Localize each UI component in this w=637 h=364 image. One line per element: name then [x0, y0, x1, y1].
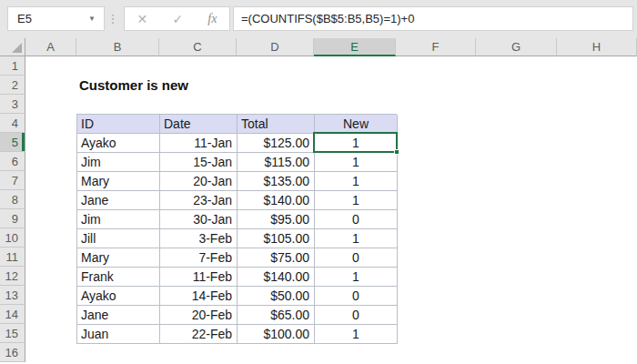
cell-D5[interactable]: $125.00	[238, 134, 315, 153]
name-box-value: E5	[8, 12, 88, 25]
cell-C9[interactable]: 30-Jan	[160, 210, 238, 229]
cell-E7[interactable]: 1	[315, 172, 398, 191]
insert-function-icon[interactable]: fx	[207, 12, 217, 26]
header-cell-E4[interactable]: New	[315, 115, 398, 134]
cell-B13[interactable]: Ayako	[77, 287, 160, 306]
cell-D14[interactable]: $65.00	[238, 306, 315, 325]
cell-D15[interactable]: $100.00	[238, 325, 315, 344]
cell-B14[interactable]: Jane	[77, 306, 160, 325]
cell-D13[interactable]: $50.00	[238, 287, 315, 306]
row-header-9[interactable]: 9	[0, 209, 25, 228]
cell-C7[interactable]: 20-Jan	[160, 172, 238, 191]
cell-D7[interactable]: $135.00	[238, 172, 315, 191]
formula-text: =(COUNTIFS($B$5:B5,B5)=1)+0	[234, 12, 414, 25]
cell-C13[interactable]: 14-Feb	[160, 287, 238, 306]
data-table: IDDateTotalNewAyako11-Jan$125.001Jim15-J…	[76, 114, 397, 344]
cell-E9[interactable]: 0	[315, 210, 398, 229]
header-cell-D4[interactable]: Total	[238, 115, 315, 134]
cell-D8[interactable]: $140.00	[238, 191, 315, 210]
column-header-E[interactable]: E	[314, 38, 396, 56]
cell-B10[interactable]: Jill	[77, 229, 160, 248]
column-header-H[interactable]: H	[557, 38, 637, 56]
cell-C11[interactable]: 7-Feb	[160, 248, 238, 268]
excel-window: E5 ▼ ⋮ ✕ ✓ fx =(COUNTIFS($B$5:B5,B5)=1)+…	[0, 0, 637, 364]
row-header-12[interactable]: 12	[0, 267, 25, 286]
column-header-F[interactable]: F	[396, 38, 476, 56]
cell-D9[interactable]: $95.00	[238, 210, 315, 229]
cell-E12[interactable]: 1	[315, 268, 398, 287]
cell-D12[interactable]: $140.00	[238, 268, 315, 287]
row-header-1[interactable]: 1	[0, 56, 25, 76]
row-header-4[interactable]: 4	[0, 114, 25, 133]
cell-E6[interactable]: 1	[315, 153, 398, 172]
cell-E13[interactable]: 0	[315, 287, 398, 306]
select-all-triangle-icon	[12, 43, 22, 53]
column-header-C[interactable]: C	[159, 38, 237, 56]
cell-B2-title[interactable]: Customer is new	[79, 76, 188, 95]
column-header-B[interactable]: B	[76, 38, 159, 56]
row-header-15[interactable]: 15	[0, 324, 25, 343]
row-header-3[interactable]: 3	[0, 95, 25, 114]
cell-D10[interactable]: $105.00	[238, 229, 315, 248]
cell-E8[interactable]: 1	[315, 191, 398, 210]
cell-E5[interactable]: 1	[315, 134, 398, 153]
cancel-icon[interactable]: ✕	[137, 12, 148, 26]
column-header-A[interactable]: A	[25, 38, 76, 56]
name-box[interactable]: E5 ▼	[7, 6, 105, 31]
row-header-5[interactable]: 5	[0, 133, 25, 152]
row-header-16[interactable]: 16	[0, 343, 25, 362]
cell-C10[interactable]: 3-Feb	[160, 229, 238, 248]
cell-D6[interactable]: $115.00	[238, 153, 315, 172]
cell-C14[interactable]: 20-Feb	[160, 306, 238, 325]
cell-C15[interactable]: 22-Feb	[160, 325, 238, 344]
cell-B8[interactable]: Jane	[77, 191, 160, 210]
column-header-D[interactable]: D	[237, 38, 314, 56]
formula-buttons: ✕ ✓ fx	[124, 6, 230, 31]
row-header-2[interactable]: 2	[0, 76, 25, 95]
cell-E14[interactable]: 0	[315, 306, 398, 325]
cell-C6[interactable]: 15-Jan	[160, 153, 238, 172]
chevron-down-icon[interactable]: ▼	[88, 15, 104, 23]
row-header-10[interactable]: 10	[0, 228, 25, 248]
row-header-8[interactable]: 8	[0, 190, 25, 209]
cell-B15[interactable]: Juan	[77, 325, 160, 344]
cell-C12[interactable]: 11-Feb	[160, 268, 238, 287]
row-header-14[interactable]: 14	[0, 305, 25, 324]
row-header-7[interactable]: 7	[0, 171, 25, 190]
cell-B11[interactable]: Mary	[77, 248, 160, 268]
row-header-13[interactable]: 13	[0, 286, 25, 305]
sheet-canvas[interactable]: ABCDEFGH 12345678910111213141516 Custome…	[0, 38, 637, 364]
select-all-corner[interactable]	[0, 38, 25, 56]
cell-B6[interactable]: Jim	[77, 153, 160, 172]
row-header-6[interactable]: 6	[0, 152, 25, 171]
cell-B9[interactable]: Jim	[77, 210, 160, 229]
cell-E10[interactable]: 1	[315, 229, 398, 248]
enter-icon[interactable]: ✓	[172, 12, 183, 26]
cell-E15[interactable]: 1	[315, 325, 398, 344]
row-header-11[interactable]: 11	[0, 248, 25, 267]
cell-D11[interactable]: $75.00	[238, 248, 315, 268]
formula-bar[interactable]: =(COUNTIFS($B$5:B5,B5)=1)+0	[233, 6, 633, 31]
header-cell-B4[interactable]: ID	[77, 115, 160, 134]
toolbar-separator-dots: ⋮	[106, 6, 119, 31]
cell-B7[interactable]: Mary	[77, 172, 160, 191]
formula-toolbar: E5 ▼ ⋮ ✕ ✓ fx =(COUNTIFS($B$5:B5,B5)=1)+…	[0, 0, 637, 38]
header-cell-C4[interactable]: Date	[160, 115, 238, 134]
cell-C8[interactable]: 23-Jan	[160, 191, 238, 210]
cell-C5[interactable]: 11-Jan	[160, 134, 238, 153]
cell-B5[interactable]: Ayako	[77, 134, 160, 153]
cell-E11[interactable]: 0	[315, 248, 398, 268]
cell-B12[interactable]: Frank	[77, 268, 160, 287]
column-header-G[interactable]: G	[476, 38, 557, 56]
